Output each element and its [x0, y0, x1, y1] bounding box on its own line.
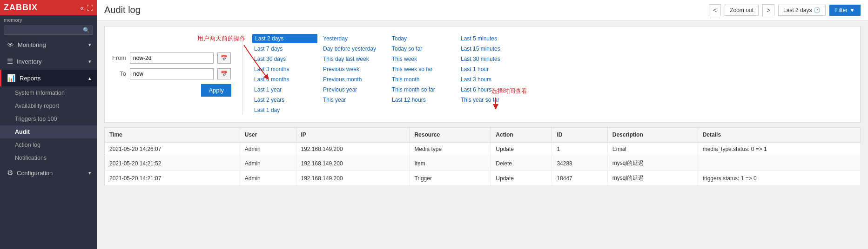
- zoom-prev-button[interactable]: <: [709, 4, 721, 16]
- cell-resource: Item: [410, 156, 491, 171]
- qs-this-week[interactable]: This week: [390, 54, 455, 64]
- col-action: Action: [491, 128, 552, 143]
- qs-last-2-years[interactable]: Last 2 years: [252, 95, 317, 105]
- qs-this-day-last-week[interactable]: This day last week: [321, 54, 386, 64]
- sidebar-item-system-info[interactable]: System information: [0, 86, 97, 99]
- zoom-out-button[interactable]: Zoom out: [725, 5, 759, 16]
- nav-reports[interactable]: 📊 Reports ▴ System information Availabil…: [0, 70, 97, 164]
- qs-this-year[interactable]: This year: [321, 95, 386, 105]
- table-row: 2021-05-20 14:26:07Admin192.168.149.200M…: [105, 142, 861, 156]
- qs-prev-month[interactable]: Previous month: [321, 75, 386, 84]
- qs-today[interactable]: Today: [390, 34, 455, 43]
- qs-last-1-day[interactable]: Last 1 day: [252, 105, 317, 115]
- cell-id: 34288: [552, 156, 607, 171]
- sidebar-item-configuration-label: Configuration: [17, 170, 53, 177]
- from-calendar-button[interactable]: 📅: [217, 52, 231, 64]
- chevron-down-icon: ▾: [88, 170, 91, 176]
- cell-resource: Media type: [410, 142, 491, 156]
- sidebar-item-triggers-top[interactable]: Triggers top 100: [0, 112, 97, 125]
- filter-panel: From 📅 To 📅 Apply Last 2 days Yesterday …: [104, 26, 861, 123]
- qs-this-year-so-far[interactable]: This year so far: [459, 95, 524, 105]
- qs-last-1-hour[interactable]: Last 1 hour: [459, 65, 524, 74]
- fullscreen-icon[interactable]: ⛶: [87, 4, 93, 12]
- qs-last-12-hours[interactable]: Last 12 hours: [390, 95, 455, 105]
- cell-ip: 192.168.149.200: [296, 142, 410, 156]
- sidebar-item-monitoring-label: Monitoring: [18, 41, 46, 48]
- sidebar-item-inventory-label: Inventory: [17, 58, 41, 65]
- cell-description: mysql的延迟: [607, 156, 698, 171]
- qs-last-6-months[interactable]: Last 6 months: [252, 75, 317, 84]
- cell-description: mysql的延迟: [607, 171, 698, 186]
- nav-monitoring[interactable]: 👁 Monitoring ▾: [0, 37, 97, 53]
- sidebar-item-action-log[interactable]: Action log: [0, 138, 97, 151]
- sidebar-item-inventory[interactable]: ☰ Inventory ▾: [0, 53, 97, 70]
- col-details: Details: [698, 128, 860, 143]
- sidebar-item-notifications[interactable]: Notifications: [0, 151, 97, 164]
- to-input[interactable]: [130, 68, 214, 79]
- qs-prev-year[interactable]: Previous year: [321, 85, 386, 94]
- nav-configuration[interactable]: ⚙ Configuration ▾: [0, 164, 97, 181]
- sidebar-item-reports[interactable]: 📊 Reports ▴: [0, 70, 97, 86]
- cell-time: 2021-05-20 14:21:07: [105, 171, 240, 186]
- qs-last-5-min[interactable]: Last 5 minutes: [459, 34, 524, 43]
- qs-last-6-hours[interactable]: Last 6 hours: [459, 85, 524, 94]
- qs-last-30-days[interactable]: Last 30 days: [252, 54, 317, 64]
- qs-this-month-so-far[interactable]: This month so far: [390, 85, 455, 94]
- search-icon: 🔍: [83, 27, 90, 33]
- qs-yesterday[interactable]: Yesterday: [321, 34, 386, 43]
- zabbix-logo: ZABBIX: [4, 3, 38, 13]
- qs-last-3-months[interactable]: Last 3 months: [252, 65, 317, 74]
- col-id: ID: [552, 128, 607, 143]
- sidebar: ZABBIX « ⛶ memory 🔍 👁 Monitoring ▾ ☰ Inv…: [0, 0, 97, 249]
- time-range-badge: Last 2 days 🕐: [778, 5, 826, 16]
- chevron-down-icon: ▾: [88, 59, 91, 65]
- config-icon: ⚙: [7, 169, 13, 177]
- filter-button[interactable]: Filter ▼: [829, 5, 861, 16]
- to-calendar-button[interactable]: 📅: [217, 68, 231, 79]
- cell-id: 18447: [552, 171, 607, 186]
- sidebar-item-availability[interactable]: Availability report: [0, 99, 97, 112]
- cell-details: media_type.status: 0 => 1: [698, 142, 860, 156]
- qs-last-1-year[interactable]: Last 1 year: [252, 85, 317, 94]
- cell-ip: 192.168.149.200: [296, 156, 410, 171]
- cell-details: triggers.status: 1 => 0: [698, 171, 860, 186]
- cell-user: Admin: [240, 156, 296, 171]
- nav-inventory[interactable]: ☰ Inventory ▾: [0, 53, 97, 70]
- qs-this-week-so-far[interactable]: This week so far: [390, 65, 455, 74]
- filter-label: Filter: [835, 7, 848, 13]
- collapse-icon[interactable]: «: [80, 4, 84, 12]
- qs-last-2-days[interactable]: Last 2 days: [252, 34, 317, 43]
- zoom-next-button[interactable]: >: [762, 4, 774, 16]
- apply-button[interactable]: Apply: [201, 84, 231, 97]
- qs-today-so-far[interactable]: Today so far: [390, 44, 455, 53]
- col-user: User: [240, 128, 296, 143]
- qs-last-30-min[interactable]: Last 30 minutes: [459, 54, 524, 64]
- clock-icon: 🕐: [814, 7, 821, 13]
- cell-time: 2021-05-20 14:21:52: [105, 156, 240, 171]
- sidebar-item-monitoring[interactable]: 👁 Monitoring ▾: [0, 37, 97, 53]
- monitoring-icon: 👁: [7, 41, 14, 49]
- from-input[interactable]: [130, 52, 214, 64]
- cell-user: Admin: [240, 171, 296, 186]
- cell-id: 1: [552, 142, 607, 156]
- qs-this-month[interactable]: This month: [390, 75, 455, 84]
- qs-day-before[interactable]: Day before yesterday: [321, 44, 386, 53]
- search-input[interactable]: [7, 27, 83, 33]
- topbar-right: < Zoom out > Last 2 days 🕐 Filter ▼: [709, 4, 861, 16]
- cell-details: [698, 156, 860, 171]
- qs-last-15-min[interactable]: Last 15 minutes: [459, 44, 524, 53]
- qs-last-7-days[interactable]: Last 7 days: [252, 44, 317, 53]
- sidebar-item-audit[interactable]: Audit: [0, 125, 97, 138]
- sidebar-item-configuration[interactable]: ⚙ Configuration ▾: [0, 164, 97, 181]
- main-content: Audit log < Zoom out > Last 2 days 🕐 Fil…: [97, 0, 868, 249]
- to-row: To 📅: [112, 68, 233, 79]
- content-area: From 📅 To 📅 Apply Last 2 days Yesterday …: [97, 20, 868, 249]
- cell-action: Update: [491, 142, 552, 156]
- page-title: Audit log: [104, 5, 141, 15]
- sidebar-header: ZABBIX « ⛶: [0, 0, 97, 15]
- qs-last-3-hours[interactable]: Last 3 hours: [459, 75, 524, 84]
- qs-prev-week[interactable]: Previous week: [321, 65, 386, 74]
- from-row: From 📅: [112, 52, 233, 64]
- sidebar-search-box[interactable]: 🔍: [4, 26, 93, 35]
- sidebar-memory-label: memory: [0, 15, 97, 24]
